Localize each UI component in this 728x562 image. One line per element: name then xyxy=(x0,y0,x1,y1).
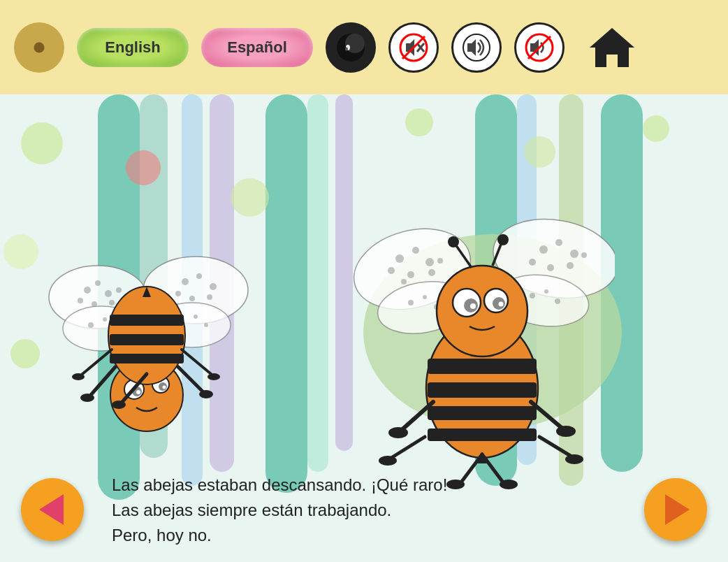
english-language-button[interactable]: English xyxy=(77,28,189,67)
svg-rect-56 xyxy=(110,354,184,363)
svg-rect-96 xyxy=(428,406,537,420)
story-page: Las abejas estaban descansando. ¡Qué rar… xyxy=(0,94,728,562)
no-audio-button[interactable] xyxy=(388,22,439,73)
svg-point-32 xyxy=(189,296,195,301)
svg-point-106 xyxy=(448,236,459,247)
svg-point-87 xyxy=(423,295,427,299)
svg-point-118 xyxy=(565,454,583,464)
english-label: English xyxy=(105,38,160,57)
no-music-button[interactable] xyxy=(514,22,565,73)
settings-button[interactable] xyxy=(14,22,64,73)
svg-rect-97 xyxy=(428,428,537,441)
bee-left xyxy=(42,206,252,500)
svg-point-91 xyxy=(544,289,548,294)
svg-point-41 xyxy=(204,323,208,327)
svg-point-23 xyxy=(78,298,83,303)
svg-point-26 xyxy=(116,287,122,293)
bg-circle-7 xyxy=(3,234,38,269)
bg-stripe-5 xyxy=(265,94,307,493)
svg-point-80 xyxy=(570,250,578,258)
moon-icon xyxy=(335,32,366,63)
svg-point-35 xyxy=(88,322,94,328)
svg-line-110 xyxy=(391,437,425,458)
prev-arrow-icon xyxy=(39,494,64,525)
svg-point-71 xyxy=(425,258,434,266)
svg-point-86 xyxy=(408,300,414,305)
svg-point-29 xyxy=(196,273,202,279)
svg-point-30 xyxy=(210,283,217,290)
svg-line-61 xyxy=(182,350,211,374)
home-icon xyxy=(587,22,637,73)
audio-button[interactable] xyxy=(451,22,502,73)
svg-point-82 xyxy=(547,264,554,271)
svg-marker-18 xyxy=(590,28,634,67)
bee-right xyxy=(349,192,615,500)
svg-line-112 xyxy=(539,437,572,456)
svg-point-75 xyxy=(437,258,443,264)
svg-point-31 xyxy=(175,291,181,296)
svg-point-92 xyxy=(555,298,560,304)
story-line-3: Pero, hoy no. xyxy=(112,523,616,548)
svg-point-28 xyxy=(182,278,189,285)
svg-point-81 xyxy=(529,259,536,266)
svg-point-70 xyxy=(412,247,419,254)
svg-point-64 xyxy=(199,390,213,398)
svg-rect-55 xyxy=(110,334,184,345)
svg-point-76 xyxy=(401,279,407,284)
svg-point-40 xyxy=(194,315,198,319)
svg-point-103 xyxy=(470,303,476,309)
svg-point-63 xyxy=(112,401,126,409)
svg-point-74 xyxy=(428,269,435,276)
espanol-label: Español xyxy=(227,38,287,57)
bg-circle-8 xyxy=(10,339,40,368)
bg-circle-2 xyxy=(126,150,161,185)
svg-point-69 xyxy=(395,254,404,263)
svg-point-78 xyxy=(539,245,548,254)
svg-rect-95 xyxy=(428,382,537,398)
svg-rect-54 xyxy=(110,315,184,326)
home-button[interactable] xyxy=(584,20,640,75)
bg-circle-1 xyxy=(21,122,63,164)
next-arrow-icon xyxy=(665,494,690,525)
svg-point-84 xyxy=(581,252,587,258)
story-line-2: Las abejas siempre están trabajando. xyxy=(112,498,616,523)
audio-icon xyxy=(462,33,491,62)
svg-point-5 xyxy=(345,47,348,50)
svg-point-72 xyxy=(388,267,395,274)
svg-point-115 xyxy=(388,427,408,438)
svg-rect-94 xyxy=(428,359,537,374)
svg-point-83 xyxy=(567,262,574,269)
svg-point-73 xyxy=(407,271,414,278)
story-line-1: Las abejas estaban descansando. ¡Qué rar… xyxy=(112,473,616,498)
svg-point-62 xyxy=(80,394,94,402)
svg-point-108 xyxy=(497,234,509,245)
svg-point-104 xyxy=(499,302,504,307)
svg-point-22 xyxy=(105,290,112,297)
svg-point-117 xyxy=(556,426,576,437)
svg-point-12 xyxy=(463,34,490,61)
bg-circle-6 xyxy=(643,115,669,142)
espanol-language-button[interactable]: Español xyxy=(201,28,313,67)
prev-button[interactable] xyxy=(21,478,84,541)
night-mode-button[interactable] xyxy=(326,22,376,73)
gear-icon xyxy=(20,29,58,66)
svg-point-33 xyxy=(207,294,212,300)
svg-point-48 xyxy=(163,386,166,389)
toolbar: English Español xyxy=(0,0,728,94)
svg-point-66 xyxy=(208,373,220,380)
svg-point-79 xyxy=(555,239,562,246)
svg-point-116 xyxy=(379,456,397,466)
bee-right-svg xyxy=(349,192,615,500)
bg-circle-4 xyxy=(405,108,433,136)
bg-circle-5 xyxy=(524,136,555,168)
bee-left-svg xyxy=(42,206,252,500)
svg-point-90 xyxy=(530,293,535,298)
no-audio-icon xyxy=(399,33,428,62)
svg-point-21 xyxy=(95,280,101,286)
svg-point-65 xyxy=(72,373,85,380)
next-button[interactable] xyxy=(644,478,707,541)
bg-stripe-6 xyxy=(307,94,328,472)
svg-point-47 xyxy=(136,390,140,394)
story-text: Las abejas estaban descansando. ¡Qué rar… xyxy=(112,473,616,548)
svg-point-98 xyxy=(437,266,527,356)
